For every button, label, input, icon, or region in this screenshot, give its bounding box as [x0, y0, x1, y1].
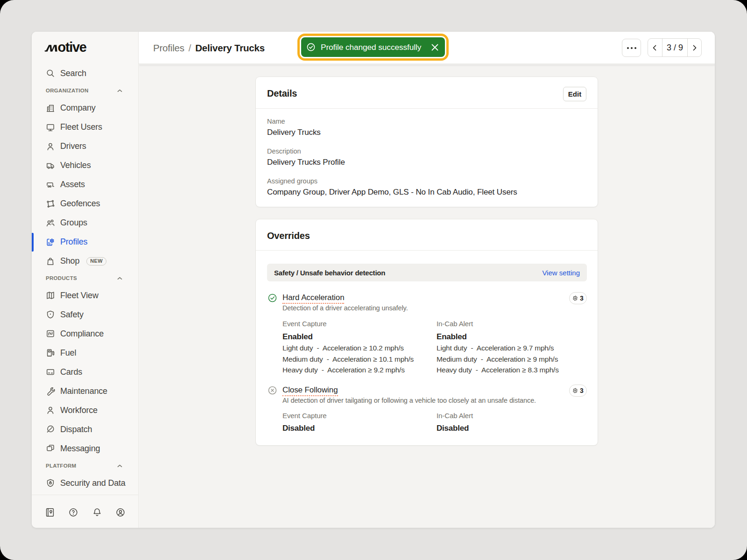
svg-text:otive: otive [58, 41, 87, 55]
